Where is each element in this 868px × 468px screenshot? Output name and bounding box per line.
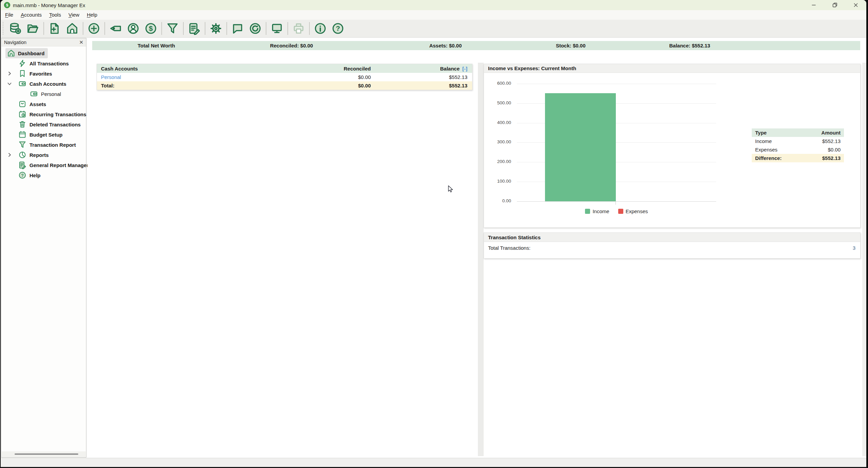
toolbar-separator xyxy=(287,22,288,35)
tags-button[interactable] xyxy=(107,21,124,36)
nav-item-deleted-transactions[interactable]: Deleted Transactions xyxy=(1,119,86,129)
summary-reconciled: Reconciled: $0.00 xyxy=(220,43,362,48)
payee-icon xyxy=(127,22,140,35)
home-icon xyxy=(7,49,15,57)
new-transaction-icon xyxy=(87,22,100,35)
total-balance: $552.13 xyxy=(371,83,472,88)
nav-item-help[interactable]: Help xyxy=(1,170,86,180)
nav-item-personal[interactable]: Personal xyxy=(1,89,86,99)
fullscreen-button[interactable] xyxy=(268,21,286,36)
navigation-header: Navigation ✕ xyxy=(1,38,86,46)
refresh-button[interactable] xyxy=(246,21,264,36)
table-row-difference: Difference: $552.13 xyxy=(752,154,844,162)
nav-item-recurring-transactions[interactable]: Recurring Transactions xyxy=(1,109,86,119)
asset-box-icon xyxy=(18,100,26,108)
menu-view[interactable]: View xyxy=(65,11,83,19)
refresh-icon xyxy=(249,22,262,35)
menu-file[interactable]: File xyxy=(1,11,17,19)
y-tick-label: 200.00 xyxy=(484,159,511,164)
toolbar-grip[interactable] xyxy=(2,22,4,35)
legend-expenses: Expenses xyxy=(618,208,648,214)
income-expenses-table: Type Amount Income $552.13 Expenses $0.0… xyxy=(752,128,844,162)
summary-bar: Total Net Worth Reconciled: $0.00 Assets… xyxy=(92,41,860,50)
collapse-link[interactable]: [-] xyxy=(462,66,467,72)
nav-item-favorites[interactable]: Favorites xyxy=(1,68,86,79)
info-button[interactable] xyxy=(311,21,329,36)
svg-text:$: $ xyxy=(6,3,8,7)
navigation-hscrollbar[interactable] xyxy=(2,451,86,457)
income-expenses-panel: Income vs Expenses: Current Month 600.00… xyxy=(484,64,861,228)
title-bar: $ main.mmb - Money Manager Ex xyxy=(1,0,866,10)
nav-item-cash-accounts[interactable]: Cash Accounts xyxy=(1,79,86,89)
window-title: main.mmb - Money Manager Ex xyxy=(13,2,85,8)
filter-button[interactable] xyxy=(164,21,181,36)
minimize-button[interactable] xyxy=(803,0,824,10)
restore-button[interactable] xyxy=(824,0,845,10)
menu-tools[interactable]: Tools xyxy=(45,11,65,19)
nav-selection: Dashboard xyxy=(5,48,48,58)
income-swatch xyxy=(585,209,590,214)
print-icon xyxy=(292,22,305,35)
nav-item-general-report-manager[interactable]: General Report Manager xyxy=(1,160,86,170)
nav-item-transaction-report[interactable]: Transaction Report xyxy=(1,140,86,150)
total-label: Total: xyxy=(97,83,249,88)
open-database-button[interactable] xyxy=(24,21,42,36)
y-tick-label: 100.00 xyxy=(484,179,511,184)
new-database-icon xyxy=(9,22,22,35)
new-transaction-button[interactable] xyxy=(85,21,103,36)
trash-icon xyxy=(18,120,26,128)
nav-item-reports[interactable]: Reports xyxy=(1,150,86,160)
account-link-personal[interactable]: Personal xyxy=(97,74,249,80)
scrollbar-thumb[interactable] xyxy=(15,453,78,455)
income-expenses-chart: 600.00 500.00 400.00 300.00 200.00 100.0… xyxy=(484,73,860,228)
help-button[interactable] xyxy=(329,21,347,36)
close-button[interactable] xyxy=(845,0,866,10)
toolbar-separator xyxy=(226,22,227,35)
summary-total-net-worth: Total Net Worth xyxy=(92,43,220,48)
currency-icon xyxy=(144,22,157,35)
status-bar xyxy=(1,458,866,467)
menu-bar: File Accounts Tools View Help xyxy=(1,10,866,20)
grm-button[interactable] xyxy=(185,21,203,36)
new-database-button[interactable] xyxy=(6,21,24,36)
feedback-icon xyxy=(231,22,244,35)
nav-item-assets[interactable]: Assets xyxy=(1,99,86,109)
table-header-row: Type Amount xyxy=(752,128,844,137)
menu-accounts[interactable]: Accounts xyxy=(17,11,45,19)
cash-account-row: Personal $0.00 $552.13 xyxy=(97,73,472,81)
nav-item-all-transactions[interactable]: All Transactions xyxy=(1,58,86,68)
settings-button[interactable] xyxy=(207,21,225,36)
right-gap xyxy=(862,63,866,456)
dashboard-content: Total Net Worth Reconciled: $0.00 Assets… xyxy=(87,38,866,458)
col-balance: Balance xyxy=(440,66,460,72)
nav-item-budget-setup[interactable]: Budget Setup xyxy=(1,129,86,140)
calendar-clock-icon xyxy=(18,110,26,118)
settings-icon xyxy=(209,22,222,35)
income-bar xyxy=(545,93,616,201)
new-file-icon xyxy=(48,22,61,35)
income-expenses-title: Income vs Expenses: Current Month xyxy=(488,65,576,71)
lightning-icon xyxy=(18,59,26,67)
toolbar-separator xyxy=(104,22,105,35)
currency-button[interactable] xyxy=(142,21,160,36)
transaction-statistics-header: Transaction Statistics xyxy=(484,233,860,242)
feedback-button[interactable] xyxy=(229,21,246,36)
y-tick-label: 0.00 xyxy=(484,198,511,203)
home-button[interactable] xyxy=(63,21,81,36)
chevron-right-icon[interactable] xyxy=(7,71,12,76)
calendar-icon xyxy=(18,130,26,139)
navigation-title: Navigation xyxy=(4,40,26,45)
column-gap xyxy=(478,63,484,456)
chart-legend: Income Expenses xyxy=(484,208,749,214)
summary-balance: Balance: $552.13 xyxy=(613,43,766,48)
nav-item-dashboard[interactable]: Dashboard xyxy=(1,48,86,58)
payees-button[interactable] xyxy=(124,21,142,36)
x-axis-line xyxy=(517,201,716,202)
chevron-down-icon[interactable] xyxy=(7,81,12,86)
reconciled-value: $0.00 xyxy=(249,74,371,80)
new-file-button[interactable] xyxy=(46,21,63,36)
menu-help[interactable]: Help xyxy=(83,11,101,19)
chevron-right-icon[interactable] xyxy=(7,152,12,158)
navigation-close-icon[interactable]: ✕ xyxy=(79,40,83,45)
total-transactions-row: Total Transactions: 3 xyxy=(484,242,860,253)
